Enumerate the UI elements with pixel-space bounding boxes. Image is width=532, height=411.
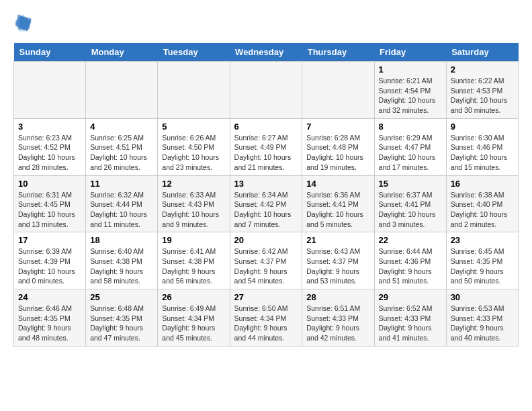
calendar-cell: 4Sunrise: 6:25 AM Sunset: 4:51 PM Daylig… xyxy=(86,118,158,175)
day-number: 15 xyxy=(379,179,442,189)
day-number: 30 xyxy=(451,292,514,302)
calendar-cell: 13Sunrise: 6:34 AM Sunset: 4:42 PM Dayli… xyxy=(230,175,302,232)
day-number: 11 xyxy=(90,179,153,189)
day-number: 8 xyxy=(379,122,442,132)
calendar-cell: 7Sunrise: 6:28 AM Sunset: 4:48 PM Daylig… xyxy=(302,118,374,175)
day-info: Sunrise: 6:42 AM Sunset: 4:37 PM Dayligh… xyxy=(234,246,298,286)
day-info: Sunrise: 6:51 AM Sunset: 4:33 PM Dayligh… xyxy=(306,304,369,343)
calendar-cell: 5Sunrise: 6:26 AM Sunset: 4:50 PM Daylig… xyxy=(158,118,230,175)
day-info: Sunrise: 6:43 AM Sunset: 4:37 PM Dayligh… xyxy=(306,246,369,286)
calendar-week-row: 3Sunrise: 6:23 AM Sunset: 4:52 PM Daylig… xyxy=(14,118,519,175)
day-info: Sunrise: 6:53 AM Sunset: 4:33 PM Dayligh… xyxy=(451,304,514,343)
day-info: Sunrise: 6:21 AM Sunset: 4:54 PM Dayligh… xyxy=(379,76,442,116)
day-number: 14 xyxy=(306,179,369,189)
calendar-week-row: 1Sunrise: 6:21 AM Sunset: 4:54 PM Daylig… xyxy=(14,62,519,119)
day-number: 4 xyxy=(90,122,153,132)
day-info: Sunrise: 6:39 AM Sunset: 4:39 PM Dayligh… xyxy=(18,246,81,286)
day-info: Sunrise: 6:46 AM Sunset: 4:35 PM Dayligh… xyxy=(18,304,81,343)
day-number: 25 xyxy=(90,292,153,302)
day-info: Sunrise: 6:30 AM Sunset: 4:46 PM Dayligh… xyxy=(451,133,514,173)
day-number: 2 xyxy=(451,64,514,75)
col-monday: Monday xyxy=(86,43,158,62)
calendar-cell: 12Sunrise: 6:33 AM Sunset: 4:43 PM Dayli… xyxy=(158,175,230,232)
calendar-cell: 20Sunrise: 6:42 AM Sunset: 4:37 PM Dayli… xyxy=(230,232,302,289)
day-number: 3 xyxy=(18,122,81,132)
calendar-cell: 28Sunrise: 6:51 AM Sunset: 4:33 PM Dayli… xyxy=(302,289,374,347)
calendar-week-row: 10Sunrise: 6:31 AM Sunset: 4:45 PM Dayli… xyxy=(14,175,519,232)
calendar-cell xyxy=(302,62,374,119)
calendar-cell: 11Sunrise: 6:32 AM Sunset: 4:44 PM Dayli… xyxy=(86,175,158,232)
day-number: 6 xyxy=(234,122,298,132)
day-info: Sunrise: 6:49 AM Sunset: 4:34 PM Dayligh… xyxy=(162,304,225,343)
calendar-cell: 10Sunrise: 6:31 AM Sunset: 4:45 PM Dayli… xyxy=(14,175,86,232)
calendar-cell: 1Sunrise: 6:21 AM Sunset: 4:54 PM Daylig… xyxy=(374,62,446,119)
logo-icon xyxy=(13,13,32,32)
col-saturday: Saturday xyxy=(446,43,518,62)
calendar-table: Sunday Monday Tuesday Wednesday Thursday… xyxy=(13,43,519,347)
calendar-cell: 24Sunrise: 6:46 AM Sunset: 4:35 PM Dayli… xyxy=(14,289,86,347)
day-number: 20 xyxy=(234,235,298,245)
calendar-cell xyxy=(14,62,86,119)
day-number: 19 xyxy=(162,235,225,245)
day-number: 9 xyxy=(451,122,514,132)
calendar-cell: 16Sunrise: 6:38 AM Sunset: 4:40 PM Dayli… xyxy=(446,175,518,232)
logo xyxy=(13,13,35,32)
calendar-cell: 15Sunrise: 6:37 AM Sunset: 4:41 PM Dayli… xyxy=(374,175,446,232)
calendar-cell: 30Sunrise: 6:53 AM Sunset: 4:33 PM Dayli… xyxy=(446,289,518,347)
calendar-cell: 25Sunrise: 6:48 AM Sunset: 4:35 PM Dayli… xyxy=(86,289,158,347)
day-info: Sunrise: 6:27 AM Sunset: 4:49 PM Dayligh… xyxy=(234,133,298,173)
day-info: Sunrise: 6:28 AM Sunset: 4:48 PM Dayligh… xyxy=(306,133,369,173)
day-info: Sunrise: 6:32 AM Sunset: 4:44 PM Dayligh… xyxy=(90,190,153,230)
day-number: 28 xyxy=(306,292,369,302)
day-info: Sunrise: 6:29 AM Sunset: 4:47 PM Dayligh… xyxy=(379,133,442,173)
calendar-cell: 29Sunrise: 6:52 AM Sunset: 4:33 PM Dayli… xyxy=(374,289,446,347)
calendar-cell: 26Sunrise: 6:49 AM Sunset: 4:34 PM Dayli… xyxy=(158,289,230,347)
day-number: 13 xyxy=(234,179,298,189)
day-info: Sunrise: 6:33 AM Sunset: 4:43 PM Dayligh… xyxy=(162,190,225,230)
day-number: 10 xyxy=(18,179,81,189)
calendar-cell: 23Sunrise: 6:45 AM Sunset: 4:35 PM Dayli… xyxy=(446,232,518,289)
calendar-week-row: 24Sunrise: 6:46 AM Sunset: 4:35 PM Dayli… xyxy=(14,289,519,347)
calendar-cell: 2Sunrise: 6:22 AM Sunset: 4:53 PM Daylig… xyxy=(446,62,518,119)
day-info: Sunrise: 6:23 AM Sunset: 4:52 PM Dayligh… xyxy=(18,133,81,173)
day-number: 1 xyxy=(379,64,442,75)
calendar-cell xyxy=(86,62,158,119)
day-info: Sunrise: 6:41 AM Sunset: 4:38 PM Dayligh… xyxy=(162,246,225,286)
day-number: 5 xyxy=(162,122,225,132)
day-number: 27 xyxy=(234,292,298,302)
col-thursday: Thursday xyxy=(302,43,374,62)
calendar-cell: 6Sunrise: 6:27 AM Sunset: 4:49 PM Daylig… xyxy=(230,118,302,175)
day-info: Sunrise: 6:22 AM Sunset: 4:53 PM Dayligh… xyxy=(451,76,514,116)
day-info: Sunrise: 6:52 AM Sunset: 4:33 PM Dayligh… xyxy=(379,304,442,343)
day-number: 24 xyxy=(18,292,81,302)
col-friday: Friday xyxy=(374,43,446,62)
calendar-cell: 14Sunrise: 6:36 AM Sunset: 4:41 PM Dayli… xyxy=(302,175,374,232)
col-wednesday: Wednesday xyxy=(230,43,302,62)
day-info: Sunrise: 6:45 AM Sunset: 4:35 PM Dayligh… xyxy=(451,246,514,286)
col-sunday: Sunday xyxy=(14,43,86,62)
calendar-header-row: Sunday Monday Tuesday Wednesday Thursday… xyxy=(14,43,519,62)
day-info: Sunrise: 6:25 AM Sunset: 4:51 PM Dayligh… xyxy=(90,133,153,173)
calendar-cell: 8Sunrise: 6:29 AM Sunset: 4:47 PM Daylig… xyxy=(374,118,446,175)
day-info: Sunrise: 6:37 AM Sunset: 4:41 PM Dayligh… xyxy=(379,190,442,230)
calendar-cell: 19Sunrise: 6:41 AM Sunset: 4:38 PM Dayli… xyxy=(158,232,230,289)
col-tuesday: Tuesday xyxy=(158,43,230,62)
day-number: 16 xyxy=(451,179,514,189)
calendar-cell: 17Sunrise: 6:39 AM Sunset: 4:39 PM Dayli… xyxy=(14,232,86,289)
day-info: Sunrise: 6:34 AM Sunset: 4:42 PM Dayligh… xyxy=(234,190,298,230)
calendar-cell: 27Sunrise: 6:50 AM Sunset: 4:34 PM Dayli… xyxy=(230,289,302,347)
day-number: 22 xyxy=(379,235,442,245)
day-number: 17 xyxy=(18,235,81,245)
calendar-cell: 9Sunrise: 6:30 AM Sunset: 4:46 PM Daylig… xyxy=(446,118,518,175)
day-number: 7 xyxy=(306,122,369,132)
day-info: Sunrise: 6:50 AM Sunset: 4:34 PM Dayligh… xyxy=(234,304,298,343)
page-header xyxy=(13,13,519,32)
day-number: 23 xyxy=(451,235,514,245)
day-number: 26 xyxy=(162,292,225,302)
day-info: Sunrise: 6:31 AM Sunset: 4:45 PM Dayligh… xyxy=(18,190,81,230)
calendar-cell: 18Sunrise: 6:40 AM Sunset: 4:38 PM Dayli… xyxy=(86,232,158,289)
calendar-cell: 21Sunrise: 6:43 AM Sunset: 4:37 PM Dayli… xyxy=(302,232,374,289)
day-number: 29 xyxy=(379,292,442,302)
day-number: 12 xyxy=(162,179,225,189)
calendar-week-row: 17Sunrise: 6:39 AM Sunset: 4:39 PM Dayli… xyxy=(14,232,519,289)
